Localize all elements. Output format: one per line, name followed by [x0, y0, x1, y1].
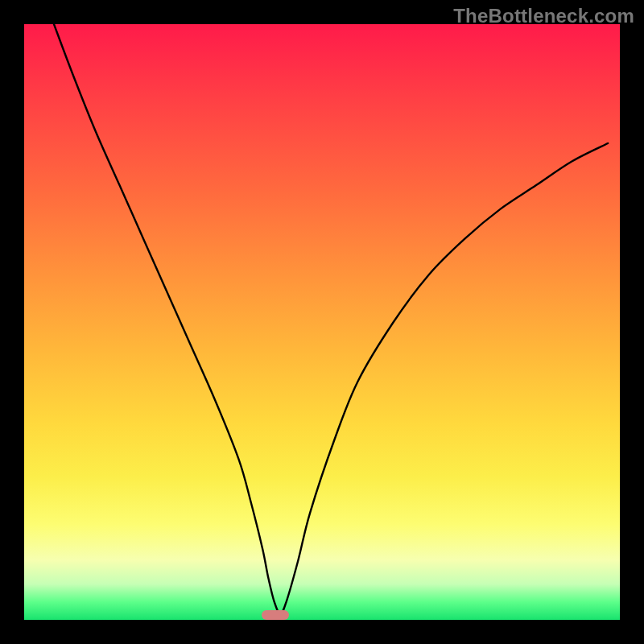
- bottleneck-curve: [24, 24, 620, 620]
- plot-area: [24, 24, 620, 620]
- curve-path: [54, 24, 608, 614]
- chart-frame: TheBottleneck.com: [0, 0, 644, 644]
- optimal-marker: [262, 610, 289, 620]
